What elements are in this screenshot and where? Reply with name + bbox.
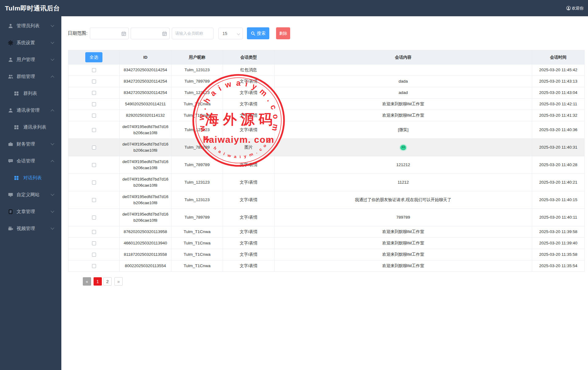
- cell-checkbox: [68, 226, 120, 238]
- cell-content: 欢迎来到默聊IM工作室: [275, 99, 532, 110]
- cell-content: 欢迎来到默聊IM工作室: [275, 260, 532, 272]
- row-checkbox[interactable]: [92, 80, 96, 84]
- gear-icon: [8, 40, 13, 45]
- sidebar-item-group-list[interactable]: 群列表: [0, 85, 61, 102]
- cell-id: de0740f195edfd7bd7d16b206cae10f8: [120, 174, 171, 191]
- cell-content-text: 欢迎来到默聊IM工作室: [382, 241, 424, 245]
- cell-content: dada: [275, 76, 532, 87]
- pagination-page-1[interactable]: 1: [94, 277, 102, 286]
- sidebar-item-user-management[interactable]: 用户管理: [0, 51, 61, 68]
- row-checkbox[interactable]: [92, 68, 96, 72]
- sidebar-item-group-management[interactable]: 群组管理: [0, 68, 61, 85]
- sidebar-item-label: 系统设置: [17, 40, 35, 46]
- cell-type: 文字/表情: [223, 226, 275, 238]
- row-checkbox[interactable]: [92, 230, 96, 234]
- table-row: 82920250320114132Tulm_T1Cnwa文字/表情欢迎来到默聊I…: [68, 110, 585, 121]
- cell-nickname: Tulm_789789: [171, 156, 223, 174]
- cell-id: 8342720250320114254: [120, 76, 171, 87]
- row-checkbox[interactable]: [92, 216, 96, 220]
- table-header-row: 全选 ID 用户昵称 会话类型 会话内容 会话时间: [68, 50, 585, 64]
- row-checkbox[interactable]: [92, 114, 96, 118]
- sidebar-item-video-management[interactable]: 视频管理: [0, 220, 61, 237]
- row-checkbox[interactable]: [92, 253, 96, 257]
- calendar-icon: [121, 31, 126, 36]
- row-checkbox[interactable]: [92, 146, 96, 150]
- sidebar-item-contacts-list[interactable]: 通讯录列表: [0, 119, 61, 136]
- nickname-input[interactable]: [172, 28, 213, 39]
- chat-icon: [8, 158, 13, 164]
- calendar-icon: [162, 31, 167, 36]
- cell-time: 2025-03-20 11:43:04: [532, 87, 585, 99]
- grid-icon: [14, 125, 19, 130]
- col-header-content: 会话内容: [275, 50, 532, 64]
- sidebar-item-admin-list[interactable]: 管理员列表: [0, 18, 61, 34]
- pagination-prev[interactable]: «: [83, 277, 91, 286]
- sidebar-item-label: 自定义网站: [17, 192, 40, 198]
- cell-id: 82920250320114132: [120, 110, 171, 121]
- app-title: Tulm即时通讯后台: [0, 4, 60, 13]
- sidebar-item-label: 财务管理: [17, 141, 35, 147]
- cell-id: de0740f195edfd7bd7d16b206cae10f8: [120, 209, 171, 226]
- cell-type: 文字/表情: [223, 238, 275, 249]
- sidebar-item-session-management[interactable]: 会话管理: [0, 153, 61, 169]
- table-row: 4660120250320113940Tulm_T1Cnwa文字/表情欢迎来到默…: [68, 238, 585, 249]
- cell-time: 2025-03-20 11:41:32: [532, 110, 585, 121]
- search-icon: [251, 31, 255, 36]
- row-checkbox[interactable]: [92, 91, 96, 95]
- cell-time: 2025-03-20 11:39:58: [532, 226, 585, 238]
- cell-type: 文字/表情: [223, 76, 275, 87]
- row-checkbox[interactable]: [92, 102, 96, 106]
- cell-content-text: 我通过了你的朋友验证请求,现在我们可以开始聊天了: [355, 197, 451, 202]
- cell-id: 800220250320113554: [120, 260, 171, 272]
- cell-id: 549020250320114211: [120, 99, 171, 110]
- cell-type: 红包消息: [223, 64, 275, 76]
- search-button[interactable]: 搜索: [247, 27, 269, 39]
- page-size-select[interactable]: 15: [218, 28, 243, 39]
- table-row: 800220250320113554Tulm_T1Cnwa文字/表情欢迎来到默聊…: [68, 260, 585, 272]
- cell-content: 欢迎来到默聊IM工作室: [275, 249, 532, 260]
- grid-icon: [14, 175, 19, 181]
- filter-bar: 日期范围: 15 搜索 删除: [68, 27, 290, 39]
- cell-content-text: adad: [398, 90, 408, 95]
- date-end-input[interactable]: [131, 28, 170, 39]
- row-checkbox[interactable]: [92, 181, 96, 185]
- table-row: 8762020250320113958Tulm_T1Cnwa文字/表情欢迎来到默…: [68, 226, 585, 238]
- pagination-page-2[interactable]: 2: [103, 277, 112, 286]
- cell-checkbox: [68, 156, 120, 174]
- col-header-nickname: 用户昵称: [171, 50, 223, 64]
- chevron-down-icon: [51, 192, 54, 196]
- row-checkbox[interactable]: [92, 163, 96, 167]
- row-checkbox[interactable]: [92, 198, 96, 202]
- cell-checkbox: [68, 87, 120, 99]
- cell-content-text: 121212: [396, 162, 410, 167]
- cell-time: 2025-03-20 11:42:11: [532, 99, 585, 110]
- table-row: de0740f195edfd7bd7d16b206cae10f8Tulm_123…: [68, 191, 585, 209]
- sidebar-item-custom-website[interactable]: 自定义网站: [0, 186, 61, 203]
- camera-icon: [8, 226, 13, 231]
- pagination-next[interactable]: »: [114, 277, 123, 286]
- date-start-input[interactable]: [90, 28, 129, 39]
- sidebar-item-article-management[interactable]: 文章管理: [0, 203, 61, 220]
- select-all-button[interactable]: 全选: [85, 52, 102, 62]
- cell-time: 2025-03-20 11:35:58: [532, 249, 585, 260]
- date-range-label: 日期范围:: [68, 30, 87, 36]
- cell-id: de0740f195edfd7bd7d16b206cae10f8: [120, 121, 171, 139]
- cell-type: 文字/表情: [223, 249, 275, 260]
- cell-time: 2025-03-20 11:45:42: [532, 64, 585, 76]
- monitor-icon: [8, 192, 13, 197]
- row-checkbox[interactable]: [92, 128, 96, 132]
- cell-nickname: Tulm_T1Cnwa: [171, 260, 223, 272]
- cell-type: 文字/表情: [223, 110, 275, 121]
- cell-type: 图片: [223, 139, 275, 156]
- sidebar-item-dialog-list[interactable]: 对话列表: [0, 169, 61, 186]
- sidebar-item-contacts-management[interactable]: 通讯录管理: [0, 102, 61, 119]
- sidebar-item-finance-management[interactable]: 财务管理: [0, 136, 61, 153]
- cell-id: 8118720250320113558: [120, 249, 171, 260]
- sidebar-item-system-settings[interactable]: 系统设置: [0, 34, 61, 51]
- row-checkbox[interactable]: [92, 264, 96, 268]
- row-checkbox[interactable]: [92, 241, 96, 245]
- welcome-area[interactable]: 欢迎你: [566, 6, 588, 11]
- delete-button[interactable]: 删除: [276, 27, 290, 39]
- cell-time: 2025-03-20 11:40:11: [532, 209, 585, 226]
- cell-checkbox: [68, 260, 120, 272]
